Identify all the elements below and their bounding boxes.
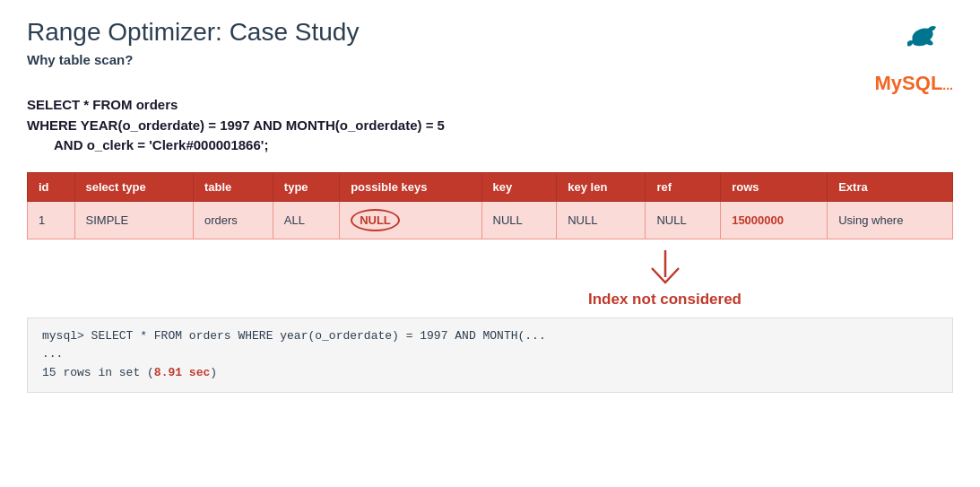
code-line-3: 15 rows in set (8.91 sec) <box>42 364 938 383</box>
mysql-logo: MySQL ... <box>875 22 953 95</box>
code-line-1: mysql> SELECT * FROM orders WHERE year(o… <box>42 327 938 346</box>
sql-line-1: SELECT * FROM orders <box>27 95 953 116</box>
cell-id: 1 <box>28 201 75 239</box>
page-subtitle: Why table scan? <box>27 52 359 67</box>
cell-key-len: NULL <box>557 201 646 239</box>
col-type: type <box>273 172 339 201</box>
cell-table: orders <box>193 201 273 239</box>
col-rows: rows <box>721 172 828 201</box>
col-select-type: select type <box>74 172 193 201</box>
cell-ref: NULL <box>646 201 721 239</box>
col-table: table <box>193 172 273 201</box>
cell-extra: Using where <box>828 201 953 239</box>
col-key: key <box>481 172 557 201</box>
col-id: id <box>28 172 75 201</box>
col-extra: Extra <box>828 172 953 201</box>
table-header-row: id select type table type possible keys … <box>28 172 953 201</box>
mysql-dolphin-icon <box>882 22 945 72</box>
sql-block: SELECT * FROM orders WHERE YEAR(o_orderd… <box>27 95 953 156</box>
explain-table: id select type table type possible keys … <box>27 172 953 239</box>
col-key-len: key len <box>557 172 646 201</box>
col-possible-keys: possible keys <box>340 172 481 201</box>
cell-type: ALL <box>273 201 339 239</box>
null-badge: NULL <box>351 209 400 231</box>
cell-possible-keys: NULL <box>340 201 481 239</box>
arrow-annotation: Index not considered <box>377 248 953 309</box>
code-block: mysql> SELECT * FROM orders WHERE year(o… <box>27 317 953 393</box>
down-arrow-icon <box>638 248 692 289</box>
cell-key: NULL <box>481 201 557 239</box>
sql-line-3: AND o_clerk = 'Clerk#000001866'; <box>27 135 953 156</box>
mysql-logo-dots: ... <box>942 78 953 92</box>
page-title: Range Optimizer: Case Study <box>27 18 359 47</box>
cell-rows: 15000000 <box>721 201 828 239</box>
sql-line-2: WHERE YEAR(o_orderdate) = 1997 AND MONTH… <box>27 116 953 136</box>
index-note: Index not considered <box>588 291 742 309</box>
code-line-2: ... <box>42 345 938 364</box>
cell-select-type: SIMPLE <box>74 201 193 239</box>
col-ref: ref <box>646 172 721 201</box>
table-row: 1 SIMPLE orders ALL NULL NULL NULL NULL … <box>28 201 953 239</box>
mysql-logo-text: MySQL <box>875 72 943 95</box>
